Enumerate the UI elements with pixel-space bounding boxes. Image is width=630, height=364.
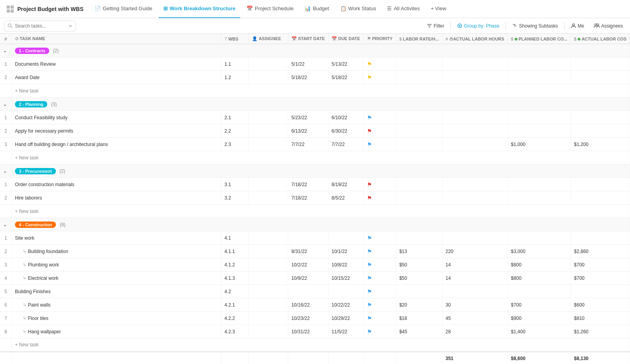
task-actual-cost[interactable]: $1,200 — [571, 138, 630, 151]
task-assignee[interactable] — [248, 258, 288, 272]
group-chevron[interactable]: ⌄ — [0, 218, 12, 231]
task-planned-cost[interactable] — [508, 57, 571, 71]
task-assignee[interactable] — [248, 138, 288, 151]
task-priority[interactable]: ⚑ — [363, 124, 396, 138]
task-priority[interactable]: ⚑ — [363, 57, 396, 71]
new-task-link[interactable]: + New task — [15, 155, 39, 161]
task-actual-cost[interactable] — [571, 111, 630, 124]
new-task-link[interactable]: + New task — [15, 88, 39, 94]
task-labor-hours[interactable]: 14 — [442, 272, 508, 285]
task-labor-hours[interactable] — [442, 178, 508, 191]
group-chevron[interactable]: ⌄ — [0, 44, 12, 57]
task-labor-rate[interactable]: $18 — [396, 312, 442, 325]
task-start[interactable] — [288, 231, 328, 245]
task-planned-cost[interactable] — [508, 231, 571, 245]
task-name-cell[interactable]: ↳Plumbing work — [12, 258, 221, 272]
task-start[interactable]: 7/7/22 — [288, 138, 328, 151]
group-by-button[interactable]: Group by: Phase — [454, 22, 502, 30]
task-assignee[interactable] — [248, 272, 288, 285]
task-actual-cost[interactable] — [571, 191, 630, 205]
task-start[interactable]: 6/13/22 — [288, 124, 328, 138]
task-due[interactable]: 11/5/22 — [328, 325, 363, 338]
task-name-cell[interactable]: Apply for necessary permits — [12, 124, 221, 138]
task-assignee[interactable] — [248, 178, 288, 191]
task-actual-cost[interactable] — [571, 231, 630, 245]
task-priority[interactable]: ⚑ — [363, 111, 396, 124]
task-labor-hours[interactable]: 220 — [442, 245, 508, 258]
task-labor-rate[interactable] — [396, 124, 442, 138]
task-due[interactable]: 8/19/22 — [328, 178, 363, 191]
task-due[interactable] — [328, 231, 363, 245]
task-due[interactable]: 10/22/22 — [328, 298, 363, 312]
task-assignee[interactable] — [248, 325, 288, 338]
task-name-cell[interactable]: ↳Building foundation — [12, 245, 221, 258]
task-actual-cost[interactable]: $700 — [571, 258, 630, 272]
task-planned-cost[interactable] — [508, 191, 571, 205]
task-labor-hours[interactable] — [442, 138, 508, 151]
assignees-button[interactable]: Assignees — [591, 22, 626, 30]
task-assignee[interactable] — [248, 111, 288, 124]
task-priority[interactable]: ⚑ — [363, 231, 396, 245]
tab-work-status[interactable]: 📋 Work Status — [335, 0, 381, 18]
showing-subtasks-button[interactable]: Showing Subtasks — [509, 22, 561, 30]
new-task-link[interactable]: + New task — [15, 209, 39, 214]
task-labor-hours[interactable] — [442, 71, 508, 84]
task-start[interactable]: 10/9/22 — [288, 272, 328, 285]
task-name-cell[interactable]: Award Date — [12, 71, 221, 84]
task-planned-cost[interactable]: $900 — [508, 312, 571, 325]
task-labor-hours[interactable] — [442, 285, 508, 298]
task-assignee[interactable] — [248, 285, 288, 298]
task-planned-cost[interactable] — [508, 71, 571, 84]
task-start[interactable]: 7/18/22 — [288, 178, 328, 191]
task-due[interactable]: 6/30/22 — [328, 124, 363, 138]
task-start[interactable]: 5/1/22 — [288, 57, 328, 71]
new-task-cell[interactable]: + New task — [12, 205, 630, 218]
new-task-link[interactable]: + New task — [15, 342, 39, 347]
task-labor-hours[interactable] — [442, 231, 508, 245]
task-labor-rate[interactable]: $50 — [396, 272, 442, 285]
task-assignee[interactable] — [248, 57, 288, 71]
task-priority[interactable]: ⚑ — [363, 138, 396, 151]
tab-all-activities[interactable]: ☰ All Activites — [382, 0, 424, 18]
task-labor-rate[interactable] — [396, 111, 442, 124]
task-labor-hours[interactable]: 28 — [442, 325, 508, 338]
task-due[interactable]: 8/5/22 — [328, 191, 363, 205]
task-planned-cost[interactable]: $1,400 — [508, 325, 571, 338]
task-due[interactable]: 10/1/22 — [328, 245, 363, 258]
task-priority[interactable]: ⚑ — [363, 312, 396, 325]
new-task-row[interactable]: + New task — [0, 84, 630, 98]
task-due[interactable]: 10/8/22 — [328, 258, 363, 272]
task-labor-rate[interactable] — [396, 178, 442, 191]
task-due[interactable]: 6/10/22 — [328, 111, 363, 124]
task-priority[interactable]: ⚑ — [363, 325, 396, 338]
task-priority[interactable]: ⚑ — [363, 298, 396, 312]
new-task-cell[interactable]: + New task — [12, 151, 630, 164]
task-due[interactable]: 7/7/22 — [328, 138, 363, 151]
task-assignee[interactable] — [248, 124, 288, 138]
task-labor-hours[interactable]: 14 — [442, 258, 508, 272]
task-start[interactable]: 10/16/22 — [288, 298, 328, 312]
tab-wbs[interactable]: ⊞ Work Breakdown Structure — [159, 0, 240, 18]
task-due[interactable]: 10/15/22 — [328, 272, 363, 285]
task-name-cell[interactable]: Hand off building design / architectural… — [12, 138, 221, 151]
task-priority[interactable]: ⚑ — [363, 245, 396, 258]
task-name-cell[interactable]: Hire laborers — [12, 191, 221, 205]
task-name-cell[interactable]: Conduct Feasibility study — [12, 111, 221, 124]
task-name-cell[interactable]: Site work — [12, 231, 221, 245]
task-planned-cost[interactable]: $3,000 — [508, 245, 571, 258]
task-labor-rate[interactable]: $13 — [396, 245, 442, 258]
task-priority[interactable]: ⚑ — [363, 272, 396, 285]
task-assignee[interactable] — [248, 312, 288, 325]
task-planned-cost[interactable]: $800 — [508, 258, 571, 272]
new-task-row[interactable]: + New task — [0, 338, 630, 352]
search-box[interactable] — [4, 20, 76, 31]
task-start[interactable]: 10/23/22 — [288, 312, 328, 325]
task-assignee[interactable] — [248, 298, 288, 312]
task-planned-cost[interactable] — [508, 285, 571, 298]
task-labor-rate[interactable] — [396, 138, 442, 151]
task-name-cell[interactable]: Documents Review — [12, 57, 221, 71]
new-task-row[interactable]: + New task — [0, 151, 630, 164]
task-labor-rate[interactable]: $45 — [396, 325, 442, 338]
task-planned-cost[interactable] — [508, 124, 571, 138]
task-due[interactable] — [328, 285, 363, 298]
